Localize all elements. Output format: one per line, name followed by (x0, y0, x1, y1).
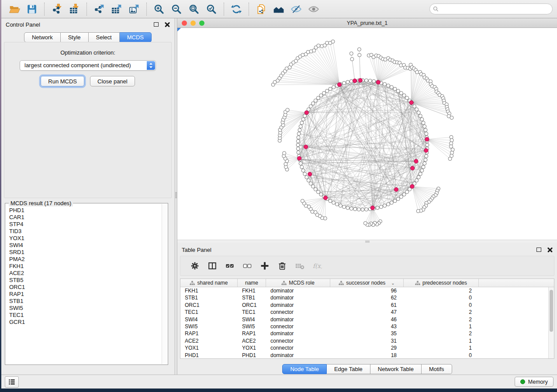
mcds-node-item[interactable]: STB5 (9, 277, 162, 284)
cell-shared_name[interactable]: YOX1 (180, 344, 238, 351)
mcds-node-item[interactable]: TID3 (9, 228, 162, 235)
delete-column-button[interactable] (275, 258, 290, 273)
table-float-panel-icon[interactable] (536, 248, 541, 252)
save-session-button[interactable] (24, 2, 39, 16)
zoom-selected-button[interactable] (204, 2, 219, 16)
cell-mcds_role[interactable]: dominator (266, 316, 330, 323)
cell-shared_name[interactable]: FKH1 (180, 287, 238, 294)
mcds-node-item[interactable]: SRD1 (9, 249, 162, 256)
cell-mcds_role[interactable]: connector (266, 337, 330, 344)
first-neighbors-button[interactable] (271, 2, 286, 16)
cell-predecessor_nodes[interactable]: 0 (404, 294, 479, 301)
cell-mcds_role[interactable]: connector (266, 344, 330, 351)
cell-predecessor_nodes[interactable]: 1 (404, 323, 479, 330)
apply-layout-refresh-button[interactable] (229, 2, 244, 16)
table-row[interactable]: STB1STB1dominator620 (180, 294, 548, 301)
cell-successor_nodes[interactable]: 31 (330, 337, 404, 344)
show-all-button[interactable] (306, 2, 321, 16)
network-canvas[interactable] (177, 28, 557, 240)
cell-name[interactable]: SWI4 (238, 316, 266, 323)
hide-selected-button[interactable] (289, 2, 304, 16)
table-settings-button[interactable] (187, 258, 202, 273)
tab-network-table[interactable]: Network Table (370, 364, 422, 374)
cell-name[interactable]: SWI5 (238, 323, 266, 330)
mcds-node-item[interactable]: ACE2 (9, 270, 162, 277)
float-panel-icon[interactable] (154, 22, 159, 27)
cell-mcds_role[interactable]: connector (266, 323, 330, 330)
network-graph[interactable] (177, 28, 557, 240)
cell-successor_nodes[interactable]: 47 (330, 309, 404, 316)
cell-predecessor_nodes[interactable]: 0 (404, 352, 479, 358)
table-row[interactable]: YOX1YOX1connector291 (180, 344, 548, 351)
tab-select[interactable]: Select (89, 32, 120, 42)
cell-name[interactable]: STB1 (238, 294, 266, 301)
table-row[interactable]: SWI4SWI4dominator462 (180, 316, 548, 323)
table-scrollbar-thumb[interactable] (550, 290, 553, 332)
cell-predecessor_nodes[interactable]: 2 (404, 287, 479, 294)
cell-successor_nodes[interactable]: 35 (330, 330, 404, 337)
new-network-from-selection-button[interactable] (254, 2, 269, 16)
cell-name[interactable]: TEC1 (238, 309, 266, 316)
mcds-node-item[interactable]: CAR1 (9, 214, 162, 221)
table-row[interactable]: FKH1FKH1dominator962 (180, 287, 548, 294)
cell-predecessor_nodes[interactable]: 0 (404, 302, 479, 309)
cell-shared_name[interactable]: TEC1 (180, 309, 238, 316)
table-row[interactable]: PHD1PHD1dominator180 (180, 352, 548, 358)
table-row[interactable]: RAP1RAP1dominator352 (180, 330, 548, 337)
column-header-shared_name[interactable]: shared name (180, 279, 238, 287)
cell-successor_nodes[interactable]: 62 (330, 294, 404, 301)
export-network-button[interactable] (92, 2, 107, 16)
tab-node-table[interactable]: Node Table (282, 364, 327, 374)
select-all-rows-button[interactable] (222, 258, 237, 273)
cell-shared_name[interactable]: RAP1 (180, 330, 238, 337)
column-header-successor_nodes[interactable]: successor nodes⌄ (330, 279, 404, 287)
column-header-mcds_role[interactable]: MCDS role (266, 279, 330, 287)
optimization-criterion-select[interactable]: largest connected component (undirected) (20, 60, 156, 71)
memory-button[interactable]: Memory (515, 377, 554, 387)
cell-name[interactable]: ACE2 (238, 337, 266, 344)
network-window-titlebar[interactable]: YPA_prune.txt_1 (177, 18, 557, 28)
cell-successor_nodes[interactable]: 43 (330, 323, 404, 330)
cell-shared_name[interactable]: PHD1 (180, 352, 238, 358)
mcds-node-item[interactable]: RAP1 (9, 291, 162, 298)
tab-edge-table[interactable]: Edge Table (327, 364, 370, 374)
table-row[interactable]: SWI5SWI5connector431 (180, 323, 548, 330)
mcds-node-item[interactable]: SWI4 (9, 242, 162, 249)
cell-shared_name[interactable]: ACE2 (180, 337, 238, 344)
cell-predecessor_nodes[interactable]: 1 (404, 337, 479, 344)
table-close-panel-icon[interactable] (547, 247, 553, 252)
mcds-node-item[interactable]: ORC1 (9, 284, 162, 291)
cell-name[interactable]: YOX1 (238, 344, 266, 351)
mcds-result-scrollbar[interactable] (162, 204, 167, 364)
cell-mcds_role[interactable]: connector (266, 309, 330, 316)
cell-successor_nodes[interactable]: 46 (330, 316, 404, 323)
cell-successor_nodes[interactable]: 96 (330, 287, 404, 294)
cell-successor_nodes[interactable]: 61 (330, 302, 404, 309)
cell-successor_nodes[interactable]: 18 (330, 352, 404, 358)
column-visibility-button[interactable] (205, 258, 220, 273)
cell-mcds_role[interactable]: dominator (266, 352, 330, 358)
mcds-node-item[interactable]: PMA2 (9, 256, 162, 263)
cell-mcds_role[interactable]: dominator (266, 330, 330, 337)
cell-predecessor_nodes[interactable]: 1 (404, 344, 479, 351)
table-row[interactable]: TEC1TEC1connector472 (180, 309, 548, 316)
cell-name[interactable]: RAP1 (238, 330, 266, 337)
panel-splitter-vertical[interactable] (174, 18, 177, 375)
mcds-node-item[interactable]: STP4 (9, 221, 162, 228)
cell-successor_nodes[interactable]: 29 (330, 344, 404, 351)
tab-style[interactable]: Style (61, 32, 89, 42)
mcds-node-item[interactable]: GCR1 (9, 319, 162, 326)
table-row[interactable]: ORC1ORC1dominator610 (180, 302, 548, 309)
cell-name[interactable]: FKH1 (238, 287, 266, 294)
cell-shared_name[interactable]: SWI4 (180, 316, 238, 323)
mcds-node-item[interactable]: STB1 (9, 298, 162, 305)
table-scrollbar[interactable] (548, 287, 554, 358)
mcds-node-item[interactable]: FKH1 (9, 263, 162, 270)
table-row[interactable]: ACE2ACE2connector311 (180, 337, 548, 344)
mcds-node-item[interactable]: YOX1 (9, 235, 162, 242)
cell-shared_name[interactable]: STB1 (180, 294, 238, 301)
open-file-button[interactable] (7, 2, 22, 16)
window-list-button[interactable] (5, 376, 19, 388)
close-panel-icon[interactable] (165, 22, 170, 27)
cell-predecessor_nodes[interactable]: 2 (404, 330, 479, 337)
